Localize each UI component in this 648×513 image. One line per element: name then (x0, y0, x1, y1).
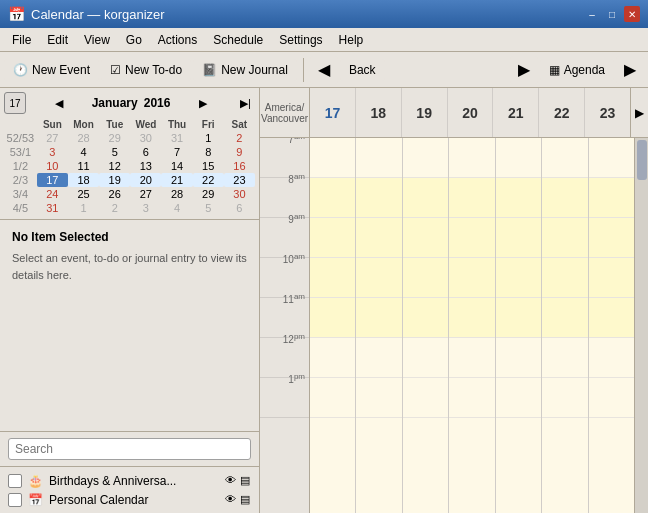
day-cell[interactable] (542, 218, 587, 258)
next-month-button[interactable]: ▶ (195, 95, 211, 112)
minimize-button[interactable]: – (584, 6, 600, 22)
prev-month-button[interactable]: ◀ (51, 95, 67, 112)
personal-eye-button[interactable]: 👁 (224, 492, 237, 507)
mini-cal-day[interactable]: 31 (161, 131, 192, 145)
menu-go[interactable]: Go (118, 31, 150, 49)
day-cell[interactable] (449, 338, 494, 378)
mini-cal-day[interactable]: 2 (99, 201, 130, 215)
day-cell[interactable] (496, 378, 541, 418)
mini-cal-day[interactable]: 23 (224, 173, 255, 187)
personal-checkbox[interactable] (8, 493, 22, 507)
day-cell[interactable] (310, 178, 355, 218)
mini-cal-day[interactable]: 30 (224, 187, 255, 201)
mini-cal-day[interactable]: 24 (37, 187, 68, 201)
day-cell[interactable] (542, 378, 587, 418)
new-todo-button[interactable]: ☑ New To-do (101, 59, 191, 81)
day-cell[interactable] (356, 378, 401, 418)
week-scroll-right[interactable]: ▶ (630, 88, 648, 137)
day-cell[interactable] (589, 138, 634, 178)
birthdays-checkbox[interactable] (8, 474, 22, 488)
day-cell[interactable] (403, 378, 448, 418)
day-cell[interactable] (310, 378, 355, 418)
mini-cal-day[interactable]: 13 (130, 159, 161, 173)
menu-edit[interactable]: Edit (39, 31, 76, 49)
day-cell[interactable] (589, 218, 634, 258)
mini-cal-day[interactable]: 30 (130, 131, 161, 145)
mini-cal-day[interactable]: 3 (37, 145, 68, 159)
mini-cal-day[interactable]: 21 (161, 173, 192, 187)
mini-cal-day[interactable]: 10 (37, 159, 68, 173)
day-cell[interactable] (589, 338, 634, 378)
mini-cal-day[interactable]: 26 (99, 187, 130, 201)
menu-help[interactable]: Help (331, 31, 372, 49)
mini-cal-day[interactable]: 9 (224, 145, 255, 159)
day-cell[interactable] (356, 178, 401, 218)
maximize-button[interactable]: □ (604, 6, 620, 22)
day-cell[interactable] (496, 298, 541, 338)
mini-cal-day[interactable]: 11 (68, 159, 99, 173)
day-cell[interactable] (356, 298, 401, 338)
mini-cal-day[interactable]: 29 (193, 187, 224, 201)
mini-cal-day[interactable]: 1 (193, 131, 224, 145)
mini-cal-day[interactable]: 14 (161, 159, 192, 173)
menu-schedule[interactable]: Schedule (205, 31, 271, 49)
menu-file[interactable]: File (4, 31, 39, 49)
mini-cal-day[interactable]: 12 (99, 159, 130, 173)
day-cell[interactable] (542, 298, 587, 338)
day-cell[interactable] (449, 258, 494, 298)
mini-cal-day[interactable]: 31 (37, 201, 68, 215)
day-cell[interactable] (496, 178, 541, 218)
search-input[interactable] (8, 438, 251, 460)
birthdays-eye-button[interactable]: 👁 (224, 473, 237, 488)
mini-cal-day[interactable]: 28 (161, 187, 192, 201)
new-journal-button[interactable]: 📓 New Journal (193, 59, 297, 81)
mini-cal-day[interactable]: 2 (224, 131, 255, 145)
day-cell[interactable] (589, 178, 634, 218)
today-button[interactable]: 17 (4, 92, 26, 114)
day-cell[interactable] (496, 258, 541, 298)
mini-cal-day[interactable]: 4 (161, 201, 192, 215)
birthdays-menu-button[interactable]: ▤ (239, 473, 251, 488)
mini-cal-day[interactable]: 18 (68, 173, 99, 187)
day-cell[interactable] (403, 258, 448, 298)
menu-actions[interactable]: Actions (150, 31, 205, 49)
mini-cal-day[interactable]: 3 (130, 201, 161, 215)
day-cell[interactable] (496, 218, 541, 258)
mini-cal-day[interactable]: 19 (99, 173, 130, 187)
personal-menu-button[interactable]: ▤ (239, 492, 251, 507)
day-cell[interactable] (403, 138, 448, 178)
day-cell[interactable] (356, 258, 401, 298)
day-cell[interactable] (449, 178, 494, 218)
day-cell[interactable] (403, 218, 448, 258)
day-cell[interactable] (356, 338, 401, 378)
day-cell[interactable] (496, 138, 541, 178)
day-cell[interactable] (542, 338, 587, 378)
mini-cal-day[interactable]: 22 (193, 173, 224, 187)
day-cell[interactable] (310, 258, 355, 298)
day-cell[interactable] (310, 298, 355, 338)
mini-cal-day[interactable]: 4 (68, 145, 99, 159)
day-cell[interactable] (356, 138, 401, 178)
day-cell[interactable] (449, 298, 494, 338)
menu-view[interactable]: View (76, 31, 118, 49)
next-nav-button[interactable]: ▶ (616, 56, 644, 84)
menu-settings[interactable]: Settings (271, 31, 330, 49)
last-month-button[interactable]: ▶| (236, 95, 255, 112)
day-cell[interactable] (310, 138, 355, 178)
mini-cal-day[interactable]: 6 (224, 201, 255, 215)
day-cell[interactable] (403, 298, 448, 338)
mini-cal-day[interactable]: 15 (193, 159, 224, 173)
day-cell[interactable] (403, 178, 448, 218)
back-arrow-button[interactable]: ◀ (310, 56, 338, 84)
agenda-button[interactable]: ▦ Agenda (540, 59, 614, 81)
close-button[interactable]: ✕ (624, 6, 640, 22)
day-cell[interactable] (589, 258, 634, 298)
day-cell[interactable] (496, 338, 541, 378)
mini-cal-day[interactable]: 27 (130, 187, 161, 201)
mini-cal-day[interactable]: 1 (68, 201, 99, 215)
mini-cal-day[interactable]: 25 (68, 187, 99, 201)
scrollbar-thumb[interactable] (637, 140, 647, 180)
forward-nav-button[interactable]: ▶ (510, 56, 538, 84)
day-cell[interactable] (449, 138, 494, 178)
day-cell[interactable] (542, 178, 587, 218)
